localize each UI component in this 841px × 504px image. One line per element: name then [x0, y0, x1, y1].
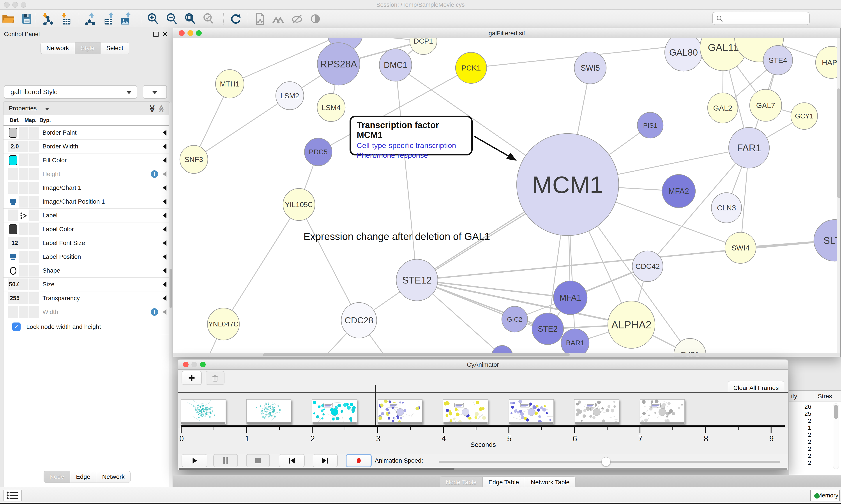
network-edge[interactable]: [417, 240, 835, 280]
expand-row-icon[interactable]: [163, 309, 166, 315]
delete-frame-button[interactable]: [205, 371, 225, 385]
table-cell[interactable]: 2: [789, 452, 811, 459]
hide-selected-icon[interactable]: [290, 12, 304, 25]
network-edge[interactable]: [395, 65, 417, 280]
property-row-size[interactable]: 50.0Size: [3, 277, 169, 291]
property-map-cell[interactable]: [19, 154, 29, 166]
table-cell[interactable]: 2: [789, 417, 811, 424]
network-horizontal-scrollbar[interactable]: [173, 353, 840, 357]
property-byp-cell[interactable]: [29, 154, 39, 166]
control-panel-scrollbar[interactable]: [169, 102, 172, 494]
annotation-link[interactable]: Cell-type-specific transcription: [357, 141, 465, 150]
property-byp-cell[interactable]: [29, 127, 39, 139]
property-map-cell[interactable]: [19, 223, 29, 235]
network-window-titlebar[interactable]: galFiltered.sif: [173, 28, 840, 38]
property-row-image-chart-1[interactable]: Image/Chart 1: [3, 181, 169, 195]
expand-row-icon[interactable]: [163, 199, 166, 204]
network-canvas[interactable]: RPS28ADCP1DMC1PCK1MTH1LSM2LSM4SNF3PDC5YI…: [173, 38, 840, 357]
property-row-label-font-size[interactable]: 12Label Font Size: [3, 236, 169, 250]
keyframe-thumbnail-4s[interactable]: [443, 399, 488, 424]
expand-row-icon[interactable]: [163, 171, 166, 177]
property-map-cell[interactable]: [19, 196, 29, 208]
tab-edge[interactable]: Edge: [70, 471, 96, 483]
property-byp-cell[interactable]: [29, 223, 39, 235]
properties-header[interactable]: Properties ≫ ≪: [3, 102, 169, 115]
property-byp-cell[interactable]: [29, 251, 39, 263]
property-def-cell[interactable]: [8, 168, 18, 180]
timeline-playhead[interactable]: [375, 385, 376, 426]
property-def-cell[interactable]: [8, 306, 18, 318]
refresh-icon[interactable]: [229, 12, 242, 25]
expand-row-icon[interactable]: [163, 158, 166, 163]
property-byp-cell[interactable]: [29, 141, 39, 152]
task-history-button[interactable]: [3, 490, 22, 501]
expand-row-icon[interactable]: [163, 240, 166, 246]
zoom-in-icon[interactable]: [146, 12, 159, 25]
open-session-icon[interactable]: [2, 12, 15, 25]
property-row-image-chart-position-1[interactable]: Image/Chart Position 1: [3, 195, 169, 209]
expand-row-icon[interactable]: [163, 144, 166, 149]
float-panel-icon[interactable]: [153, 32, 159, 37]
property-byp-cell[interactable]: [29, 196, 39, 208]
zoom-selected-icon[interactable]: [202, 12, 215, 25]
property-byp-cell[interactable]: [29, 210, 39, 221]
position-icon[interactable]: [8, 196, 18, 208]
export-table-icon[interactable]: [102, 12, 115, 25]
table-cell[interactable]: 2: [789, 431, 811, 438]
skip-to-end-button[interactable]: [313, 454, 338, 467]
property-map-cell[interactable]: [19, 306, 29, 318]
property-map-cell[interactable]: [19, 237, 29, 249]
table-scrollbar[interactable]: [833, 403, 839, 469]
stop-button[interactable]: [246, 454, 270, 467]
import-table-icon[interactable]: [59, 12, 73, 25]
save-session-icon[interactable]: [20, 12, 33, 25]
tab-edge-table[interactable]: Edge Table: [482, 476, 525, 488]
export-network-icon[interactable]: [84, 12, 97, 25]
property-byp-cell[interactable]: [29, 278, 39, 290]
duplicate-network-icon[interactable]: [253, 12, 266, 25]
property-map-cell[interactable]: [19, 251, 29, 263]
expand-row-icon[interactable]: [163, 268, 166, 273]
property-map-cell[interactable]: [19, 292, 29, 304]
tab-node-table[interactable]: Node Table: [440, 476, 482, 488]
table-cell[interactable]: 2: [789, 445, 811, 452]
show-all-icon[interactable]: [309, 12, 322, 25]
network-edge[interactable]: [223, 204, 299, 324]
zoom-fit-icon[interactable]: [183, 12, 197, 25]
keyframe-thumbnail-1s[interactable]: [246, 399, 291, 424]
property-row-label-position[interactable]: Label Position: [3, 250, 169, 264]
add-frame-button[interactable]: [182, 371, 202, 385]
network-edge[interactable]: [299, 204, 359, 320]
network-vertical-scrollbar[interactable]: [837, 38, 840, 353]
property-row-label[interactable]: Label: [3, 209, 169, 222]
property-def-cell[interactable]: [8, 210, 18, 221]
keyframe-thumbnail-2s[interactable]: [312, 399, 357, 424]
property-def-cell[interactable]: [8, 223, 18, 235]
cyanimator-titlebar[interactable]: CyAnimator: [178, 360, 788, 370]
zoom-out-icon[interactable]: [165, 12, 178, 25]
table-cell[interactable]: 26: [789, 403, 811, 410]
skip-to-start-button[interactable]: [279, 454, 305, 467]
property-row-label-color[interactable]: Label Color: [3, 222, 169, 236]
tab-node[interactable]: Node: [43, 471, 70, 483]
table-cell[interactable]: 1: [789, 424, 811, 431]
collapse-all-icon[interactable]: ≪: [157, 105, 166, 113]
property-map-cell[interactable]: [19, 127, 29, 139]
keyframe-thumbnail-3s[interactable]: [378, 399, 423, 424]
table-cell[interactable]: 25: [789, 410, 811, 417]
tab-network[interactable]: Network: [96, 471, 130, 483]
expand-row-icon[interactable]: [163, 213, 166, 218]
table-column-stress[interactable]: Stres: [818, 393, 832, 400]
network-edge[interactable]: [194, 96, 290, 159]
record-button[interactable]: [346, 454, 372, 467]
property-map-cell[interactable]: [19, 278, 29, 290]
animation-speed-slider[interactable]: [439, 461, 780, 463]
first-neighbors-icon[interactable]: [272, 12, 285, 25]
timeline-axis[interactable]: 0123456789: [178, 424, 788, 453]
property-row-border-width[interactable]: 2.0Border Width: [3, 140, 169, 154]
property-def-cell[interactable]: [8, 154, 18, 166]
search-input[interactable]: [712, 12, 810, 25]
import-network-icon[interactable]: [41, 12, 54, 25]
memory-button[interactable]: Memory: [810, 490, 840, 501]
cyanimator-scrollbar[interactable]: [179, 468, 787, 470]
